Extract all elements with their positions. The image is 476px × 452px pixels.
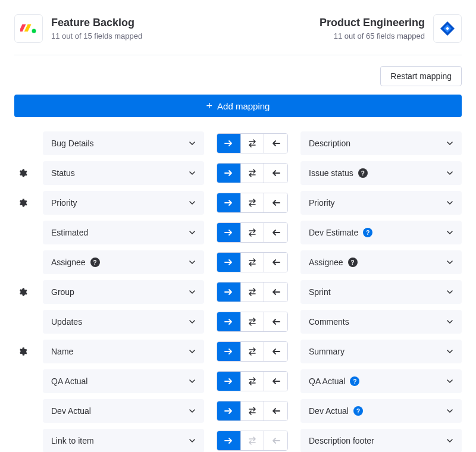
left-field-label: Group	[51, 287, 74, 297]
direction-right-button[interactable]	[217, 253, 241, 272]
mapping-row: Dev ActualDev Actual?	[14, 399, 462, 423]
left-field-label: Updates	[51, 317, 82, 327]
direction-right-button[interactable]	[217, 312, 241, 331]
right-field-label: Issue status	[309, 168, 353, 178]
gear-icon	[18, 347, 27, 356]
left-field-select[interactable]: Link to item	[43, 429, 204, 452]
svg-point-0	[32, 29, 36, 33]
direction-left-button[interactable]	[264, 223, 287, 242]
chevron-down-icon	[189, 259, 196, 266]
right-field-label: Comments	[309, 317, 349, 327]
gear-slot[interactable]	[17, 197, 29, 209]
direction-right-button[interactable]	[217, 282, 241, 302]
direction-left-button[interactable]	[264, 253, 287, 272]
left-field-select[interactable]: Updates	[43, 310, 204, 334]
direction-toggle	[217, 252, 288, 272]
direction-both-button[interactable]	[241, 164, 265, 183]
direction-right-button[interactable]	[217, 134, 241, 153]
direction-left-button[interactable]	[264, 164, 287, 183]
left-field-label: Priority	[51, 198, 77, 208]
chevron-down-icon	[446, 407, 453, 415]
left-field-select[interactable]: Group	[43, 280, 204, 304]
direction-both-button[interactable]	[241, 223, 265, 242]
direction-both-button[interactable]	[241, 282, 265, 302]
direction-toggle	[217, 282, 288, 302]
mapping-row: Bug DetailsDescription	[14, 131, 462, 155]
info-badge-icon: ?	[353, 406, 363, 416]
direction-left-button[interactable]	[264, 312, 287, 331]
direction-toggle	[217, 341, 288, 362]
direction-both-button[interactable]	[241, 193, 265, 212]
right-field-select[interactable]: QA Actual?	[300, 369, 462, 393]
right-field-select[interactable]: Summary	[300, 340, 462, 363]
direction-toggle	[217, 133, 288, 153]
direction-both-button[interactable]	[241, 372, 265, 391]
direction-toggle	[217, 312, 288, 332]
chevron-down-icon	[446, 199, 453, 206]
direction-both-button[interactable]	[241, 401, 265, 420]
direction-toggle	[217, 222, 288, 243]
right-field-label: QA Actual	[309, 376, 345, 386]
right-field-select[interactable]: Priority	[300, 191, 462, 215]
direction-right-button[interactable]	[217, 223, 241, 242]
direction-both-button[interactable]	[241, 253, 265, 272]
gear-slot	[17, 316, 29, 328]
direction-both-button	[241, 431, 265, 450]
add-mapping-button[interactable]: + Add mapping	[14, 95, 462, 117]
mapping-row: EstimatedDev Estimate?	[14, 221, 462, 244]
direction-both-button[interactable]	[241, 134, 265, 153]
direction-left-button[interactable]	[264, 401, 287, 420]
gear-slot[interactable]	[17, 286, 29, 298]
left-field-label: Bug Details	[51, 139, 94, 148]
chevron-down-icon	[446, 318, 453, 325]
restart-mapping-button[interactable]: Restart mapping	[380, 66, 462, 86]
chevron-down-icon	[189, 199, 196, 206]
right-field-label: Summary	[309, 347, 345, 356]
direction-left-button[interactable]	[264, 134, 287, 153]
direction-left-button[interactable]	[264, 372, 287, 391]
direction-left-button[interactable]	[264, 282, 287, 302]
gear-slot[interactable]	[17, 346, 29, 357]
gear-icon	[18, 287, 27, 297]
direction-right-button[interactable]	[217, 372, 241, 391]
right-field-select[interactable]: Comments	[300, 310, 462, 334]
right-field-select[interactable]: Description footer	[300, 429, 462, 452]
left-field-label: QA Actual	[51, 376, 87, 386]
left-source-title: Feature Backlog	[51, 17, 142, 29]
right-field-select[interactable]: Description	[300, 131, 462, 155]
left-field-label: Dev Actual	[51, 406, 91, 416]
direction-both-button[interactable]	[241, 312, 265, 331]
direction-left-button[interactable]	[264, 342, 287, 361]
left-field-select[interactable]: Dev Actual	[43, 399, 204, 423]
left-field-select[interactable]: QA Actual	[43, 369, 204, 393]
right-field-select[interactable]: Sprint	[300, 280, 462, 304]
mapping-row: PriorityPriority	[14, 191, 462, 215]
gear-slot[interactable]	[17, 167, 29, 179]
left-field-label: Assignee	[51, 258, 86, 267]
chevron-down-icon	[189, 229, 196, 236]
left-field-select[interactable]: Name	[43, 340, 204, 363]
direction-right-button[interactable]	[217, 164, 241, 183]
direction-left-button[interactable]	[264, 193, 287, 212]
left-field-select[interactable]: Status	[43, 161, 204, 185]
mapping-row: StatusIssue status?	[14, 161, 462, 185]
right-field-select[interactable]: Assignee?	[300, 250, 462, 274]
left-field-select[interactable]: Estimated	[43, 221, 204, 244]
left-field-label: Estimated	[51, 228, 88, 237]
gear-icon	[18, 198, 27, 208]
direction-right-button[interactable]	[217, 401, 241, 420]
right-field-label: Description footer	[309, 436, 374, 445]
direction-right-button[interactable]	[217, 193, 241, 212]
right-field-label: Assignee	[309, 258, 343, 267]
left-field-select[interactable]: Bug Details	[43, 131, 204, 155]
right-field-select[interactable]: Dev Estimate?	[300, 221, 462, 244]
right-field-select[interactable]: Dev Actual?	[300, 399, 462, 423]
mapping-row: GroupSprint	[14, 280, 462, 304]
direction-both-button[interactable]	[241, 342, 265, 361]
left-field-select[interactable]: Assignee?	[43, 250, 204, 274]
direction-right-button[interactable]	[217, 342, 241, 361]
gear-icon	[18, 168, 27, 178]
direction-right-button[interactable]	[217, 431, 241, 450]
left-field-select[interactable]: Priority	[43, 191, 204, 215]
right-field-select[interactable]: Issue status?	[300, 161, 462, 185]
